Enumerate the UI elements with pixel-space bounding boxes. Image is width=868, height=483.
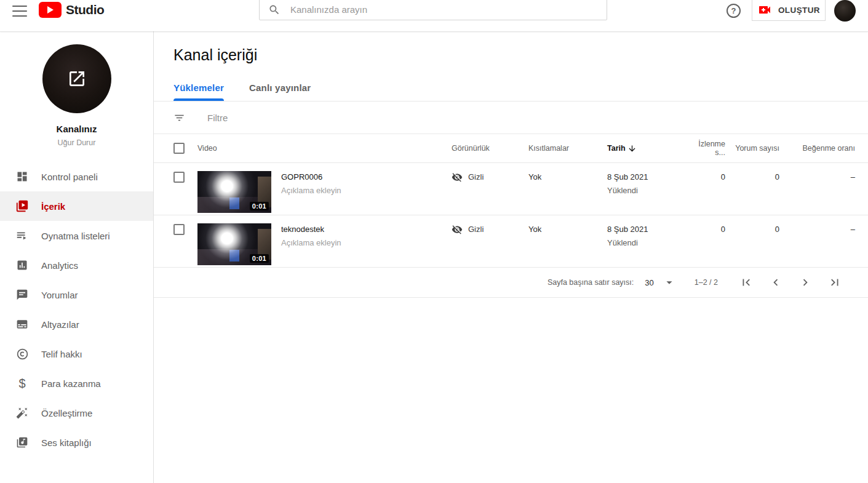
search-input[interactable] <box>290 4 598 15</box>
column-header-comments[interactable]: Yorum sayısı <box>725 144 779 153</box>
video-description-hint[interactable]: Açıklama ekleyin <box>281 238 341 247</box>
first-page-button[interactable] <box>731 275 761 290</box>
create-button[interactable]: OLUŞTUR <box>752 0 826 21</box>
duration-badge: 0:01 <box>250 202 269 210</box>
monetization-icon: $ <box>15 376 30 391</box>
tab-uploads[interactable]: Yüklemeler <box>173 82 224 101</box>
chevron-left-icon <box>769 276 782 289</box>
main-content: Kanal içeriği Yüklemeler Canlı yayınlar … <box>154 31 868 483</box>
channel-card: Kanalınız Uğur Durur <box>0 31 153 147</box>
views-cell: 0 <box>687 223 725 234</box>
search-box[interactable] <box>259 0 607 20</box>
column-header-likes[interactable]: Beğenme oranı <box>779 144 868 153</box>
restrictions-cell: Yok <box>528 223 607 234</box>
visibility-label: Gizli <box>468 225 484 234</box>
first-page-icon <box>739 276 753 289</box>
row-checkbox[interactable] <box>173 172 185 183</box>
filter-icon <box>173 112 185 124</box>
sidebar-item-label: Para kazanma <box>41 378 101 389</box>
playlists-icon <box>15 228 30 243</box>
row-checkbox[interactable] <box>173 224 185 235</box>
sidebar-item-customization[interactable]: Özelleştirme <box>0 398 153 428</box>
column-header-views[interactable]: İzlenme s... <box>687 140 725 157</box>
visibility-label: Gizli <box>468 172 484 182</box>
sidebar-item-comments[interactable]: Yorumlar <box>0 280 153 309</box>
visibility-cell[interactable]: Gizli <box>452 171 528 183</box>
analytics-icon <box>15 258 30 273</box>
sidebar-item-audio-library[interactable]: Ses kitaplığı <box>0 428 153 457</box>
visibility-off-icon <box>452 224 463 235</box>
sidebar-item-copyright[interactable]: Telif hakkı <box>0 339 153 369</box>
sidebar-item-label: Altyazılar <box>41 319 79 330</box>
sidebar-item-label: Analytics <box>41 260 78 271</box>
sidebar-item-label: Özelleştirme <box>41 408 92 418</box>
views-cell: 0 <box>687 171 725 182</box>
visibility-off-icon <box>452 172 463 183</box>
pagination-bar: Sayfa başına satır sayısı: 30 1–2 / 2 <box>154 268 868 298</box>
sort-descending-icon <box>627 144 637 153</box>
video-thumbnail[interactable]: 0:01 <box>197 171 271 213</box>
customization-icon <box>15 405 30 420</box>
sidebar-item-dashboard[interactable]: Kontrol paneli <box>0 162 153 191</box>
last-page-icon <box>828 276 842 289</box>
content-icon <box>15 199 30 214</box>
copyright-icon <box>15 346 30 361</box>
date-status: Yüklendi <box>607 238 687 247</box>
account-avatar[interactable] <box>834 0 856 22</box>
video-title[interactable]: teknodestek <box>281 225 341 234</box>
rows-per-page-dropdown[interactable] <box>663 276 676 289</box>
video-description-hint[interactable]: Açıklama ekleyin <box>281 186 341 195</box>
column-header-restrictions[interactable]: Kısıtlamalar <box>528 144 607 153</box>
sidebar-item-monetization[interactable]: $ Para kazanma <box>0 369 153 398</box>
sidebar-item-content[interactable]: İçerik <box>0 191 153 221</box>
visibility-cell[interactable]: Gizli <box>452 223 528 235</box>
channel-avatar[interactable] <box>42 44 111 113</box>
likes-cell: – <box>779 171 868 182</box>
column-header-date[interactable]: Tarih <box>607 144 687 153</box>
sidebar-nav: Kontrol paneli İçerik Oynatma listeleri … <box>0 162 153 457</box>
sidebar-item-label: Telif hakkı <box>41 349 82 359</box>
edit-channel-icon <box>67 69 87 89</box>
sidebar-item-playlists[interactable]: Oynatma listeleri <box>0 221 153 250</box>
filter-label: Filtre <box>207 113 228 123</box>
sidebar-item-label: Kontrol paneli <box>41 172 98 182</box>
select-all-checkbox[interactable] <box>173 143 185 154</box>
sidebar-item-subtitles[interactable]: Altyazılar <box>0 309 153 339</box>
comments-icon <box>15 287 30 302</box>
column-header-visibility[interactable]: Görünürlük <box>452 144 528 153</box>
youtube-studio-logo[interactable]: Studio <box>39 2 104 18</box>
page-title: Kanal içeriği <box>173 46 868 64</box>
youtube-play-icon <box>39 2 62 18</box>
filter-bar[interactable]: Filtre <box>154 102 868 134</box>
menu-icon[interactable] <box>12 6 27 17</box>
sidebar-item-analytics[interactable]: Analytics <box>0 250 153 280</box>
rows-per-page-value[interactable]: 30 <box>645 278 653 287</box>
video-title[interactable]: GOPR0006 <box>281 172 341 182</box>
comments-cell: 0 <box>725 223 779 234</box>
column-header-video[interactable]: Video <box>197 144 452 153</box>
sidebar: Kanalınız Uğur Durur Kontrol paneli İçer… <box>0 31 154 483</box>
date-status: Yüklendi <box>607 186 687 195</box>
table-header: Video Görünürlük Kısıtlamalar Tarih İzle… <box>154 134 868 163</box>
duration-badge: 0:01 <box>250 254 269 263</box>
subtitles-icon <box>15 317 30 332</box>
table-row[interactable]: 0:01 teknodestek Açıklama ekleyin Gizli … <box>154 215 868 268</box>
next-page-button[interactable] <box>790 275 820 290</box>
restrictions-cell: Yok <box>528 171 607 182</box>
tab-bar: Yüklemeler Canlı yayınlar <box>154 82 868 102</box>
date-cell: 8 Şub 2021 Yüklendi <box>607 171 687 195</box>
previous-page-button[interactable] <box>761 275 790 290</box>
chevron-right-icon <box>798 276 812 289</box>
sidebar-item-label: Yorumlar <box>41 290 78 300</box>
tab-live[interactable]: Canlı yayınlar <box>249 82 311 101</box>
date-value: 8 Şub 2021 <box>607 225 687 234</box>
rows-per-page-label: Sayfa başına satır sayısı: <box>547 278 634 287</box>
comments-cell: 0 <box>725 171 779 182</box>
video-thumbnail[interactable]: 0:01 <box>197 223 271 265</box>
help-icon[interactable]: ? <box>727 4 741 18</box>
last-page-button[interactable] <box>820 275 850 290</box>
search-icon <box>268 4 281 16</box>
table-row[interactable]: 0:01 GOPR0006 Açıklama ekleyin Gizli Yok… <box>154 163 868 215</box>
audio-library-icon <box>15 435 30 450</box>
date-cell: 8 Şub 2021 Yüklendi <box>607 223 687 247</box>
